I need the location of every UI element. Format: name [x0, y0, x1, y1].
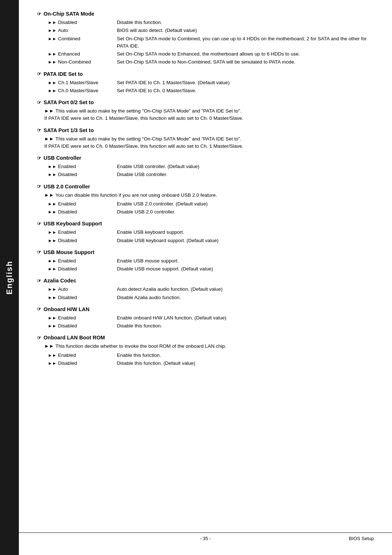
option-label-usb-20-controller-0: ►►Enabled [48, 200, 117, 208]
option-bullet: ►► [48, 237, 57, 244]
option-label-on-chip-sata-mode-3: ►►Enhanced [48, 50, 117, 58]
section-title-icon: ☞ [37, 249, 41, 255]
option-label-azalia-codec-0: ►►Auto [48, 286, 117, 293]
option-row-usb-controller-1: ►►DisabledDisable USB controller. [48, 171, 374, 178]
section-title-usb-keyboard-support: ☞USB Keyboard Support [37, 221, 374, 227]
option-label-text: Combined [58, 35, 81, 42]
option-label-text: Disabled [58, 265, 77, 273]
option-label-text: Ch.1 Master/Slave [58, 79, 98, 86]
section-intro-onboard-lan-boot-rom: ►►This function decide whether to invoke… [44, 343, 374, 350]
option-desc-usb-mouse-support-0: Enable USB mouse support. [117, 257, 374, 265]
option-bullet: ►► [48, 229, 57, 236]
option-label-onboard-hw-lan-1: ►►Disabled [48, 322, 117, 330]
option-row-pata-ide-set-to-1: ►►Ch.0 Master/SlaveSet PATA IDE to Ch. 0… [48, 87, 374, 94]
section-usb-keyboard-support: ☞USB Keyboard Support►►EnabledEnable USB… [37, 221, 374, 244]
option-bullet: ►► [48, 201, 57, 207]
option-label-usb-keyboard-support-0: ►►Enabled [48, 229, 117, 236]
option-row-on-chip-sata-mode-2: ►►CombinedSet On-Chip SATA mode to Combi… [48, 35, 374, 50]
option-row-on-chip-sata-mode-3: ►►EnhancedSet On-Chip SATA mode to Enhan… [48, 50, 374, 58]
section-title-text: On-Chip SATA Mode [44, 11, 94, 17]
option-bullet: ►► [48, 266, 57, 272]
option-row-onboard-lan-boot-rom-1: ►►DisabledDisable this function. (Defaul… [48, 360, 374, 367]
option-desc-on-chip-sata-mode-0: Disable this function. [117, 19, 374, 26]
option-label-on-chip-sata-mode-1: ►►Auto [48, 27, 117, 34]
option-label-text: Non-Combined [58, 58, 91, 66]
option-bullet: ►► [48, 19, 57, 26]
option-row-azalia-codec-0: ►►AutoAuto detect Azalia audio function.… [48, 286, 374, 293]
section-title-icon: ☞ [37, 155, 41, 161]
option-desc-pata-ide-set-to-0: Set PATA IDE to Ch. 1 Master/Slave. (Def… [117, 79, 374, 86]
option-desc-usb-controller-0: Enable USB controller. (Default value) [117, 163, 374, 170]
sidebar: English [0, 0, 19, 555]
option-desc-onboard-hw-lan-1: Disable this function. [117, 322, 374, 330]
option-bullet: ►► [48, 258, 57, 264]
option-row-on-chip-sata-mode-0: ►►DisabledDisable this function. [48, 19, 374, 26]
section-title-text: USB Controller [44, 155, 81, 161]
option-desc-onboard-hw-lan-0: Enable onboard H/W LAN function. (Defaul… [117, 314, 374, 322]
option-row-usb-20-controller-0: ►►EnabledEnable USB 2.0 controller. (Def… [48, 200, 374, 208]
option-label-on-chip-sata-mode-4: ►►Non-Combined [48, 58, 117, 66]
option-bullet: ►► [48, 315, 57, 321]
section-title-text: PATA IDE Set to [44, 71, 83, 77]
section-title-usb-20-controller: ☞USB 2.0 Controller [37, 184, 374, 189]
option-desc-usb-keyboard-support-0: Enable USB keyboard support. [117, 229, 374, 236]
option-bullet: ►► [48, 294, 57, 301]
section-title-text: Onboard LAN Boot ROM [44, 335, 105, 340]
option-desc-usb-mouse-support-1: Disable USB mouse support. (Default valu… [117, 265, 374, 273]
option-row-pata-ide-set-to-0: ►►Ch.1 Master/SlaveSet PATA IDE to Ch. 1… [48, 79, 374, 86]
option-label-text: Disabled [58, 294, 77, 301]
section-title-text: USB 2.0 Controller [44, 184, 90, 189]
option-label-text: Disabled [58, 322, 77, 330]
section-title-text: Onboard H/W LAN [44, 306, 89, 312]
section-title-icon: ☞ [37, 127, 41, 133]
section-title-sata-port-02-set-to: ☞SATA Port 0/2 Set to [37, 99, 374, 105]
section-title-sata-port-13-set-to: ☞SATA Port 1/3 Set to [37, 127, 374, 133]
option-label-usb-keyboard-support-1: ►►Disabled [48, 237, 117, 244]
option-bullet: ►► [48, 360, 57, 367]
option-label-on-chip-sata-mode-2: ►►Combined [48, 35, 117, 50]
option-label-text: Enabled [58, 352, 76, 359]
option-row-onboard-hw-lan-0: ►►EnabledEnable onboard H/W LAN function… [48, 314, 374, 322]
option-label-usb-controller-1: ►►Disabled [48, 171, 117, 178]
option-row-azalia-codec-1: ►►DisabledDisable Azalia audio function. [48, 294, 374, 301]
option-label-usb-mouse-support-0: ►►Enabled [48, 257, 117, 265]
option-desc-on-chip-sata-mode-2: Set On-Chip SATA mode to Combined, you c… [117, 35, 374, 50]
option-label-onboard-hw-lan-0: ►►Enabled [48, 314, 117, 322]
section-usb-20-controller: ☞USB 2.0 Controller►►You can disable thi… [37, 184, 374, 216]
sections-container: ☞On-Chip SATA Mode►►DisabledDisable this… [37, 11, 374, 372]
option-label-text: Disabled [58, 360, 77, 367]
option-desc-usb-20-controller-0: Enable USB 2.0 controller. (Default valu… [117, 200, 374, 208]
option-bullet: ►► [48, 163, 57, 170]
option-row-on-chip-sata-mode-1: ►►AutoBIOS will auto detect. (Default va… [48, 27, 374, 34]
option-label-text: Disabled [58, 208, 77, 216]
option-label-on-chip-sata-mode-0: ►►Disabled [48, 19, 117, 26]
section-title-icon: ☞ [37, 335, 41, 340]
section-title-onboard-lan-boot-rom: ☞Onboard LAN Boot ROM [37, 335, 374, 340]
section-intro-usb-20-controller: ►►You can disable this function if you a… [44, 192, 374, 199]
section-title-usb-mouse-support: ☞USB Mouse Support [37, 249, 374, 255]
section-usb-mouse-support: ☞USB Mouse Support►►EnabledEnable USB mo… [37, 249, 374, 273]
option-label-text: Auto [58, 286, 68, 293]
option-label-pata-ide-set-to-0: ►►Ch.1 Master/Slave [48, 79, 117, 86]
option-desc-on-chip-sata-mode-4: Set On-Chip SATA mode to Non-Combined, S… [117, 58, 374, 66]
option-label-text: Enabled [58, 314, 76, 322]
option-label-text: Enabled [58, 229, 76, 236]
section-title-icon: ☞ [37, 100, 41, 105]
sidebar-label: English [5, 261, 14, 294]
section-pata-ide-set-to: ☞PATA IDE Set to►►Ch.1 Master/SlaveSet P… [37, 71, 374, 95]
section-title-text: SATA Port 0/2 Set to [44, 99, 94, 105]
option-desc-azalia-codec-1: Disable Azalia audio function. [117, 294, 374, 301]
section-intro-sata-port-02-set-to: ►►This value will auto make by the setti… [44, 107, 374, 122]
option-desc-on-chip-sata-mode-1: BIOS will auto detect. (Default value) [117, 27, 374, 34]
option-bullet: ►► [48, 209, 57, 215]
option-label-text: Auto [58, 27, 68, 34]
option-row-usb-mouse-support-0: ►►EnabledEnable USB mouse support. [48, 257, 374, 265]
section-title-icon: ☞ [37, 184, 41, 189]
section-title-text: SATA Port 1/3 Set to [44, 127, 94, 133]
main-content: ☞On-Chip SATA Mode►►DisabledDisable this… [19, 0, 392, 555]
option-desc-usb-controller-1: Disable USB controller. [117, 171, 374, 178]
option-bullet: ►► [48, 59, 57, 65]
section-azalia-codec: ☞Azalia Codec►►AutoAuto detect Azalia au… [37, 278, 374, 301]
section-title-icon: ☞ [37, 71, 41, 77]
option-bullet: ►► [48, 286, 57, 293]
